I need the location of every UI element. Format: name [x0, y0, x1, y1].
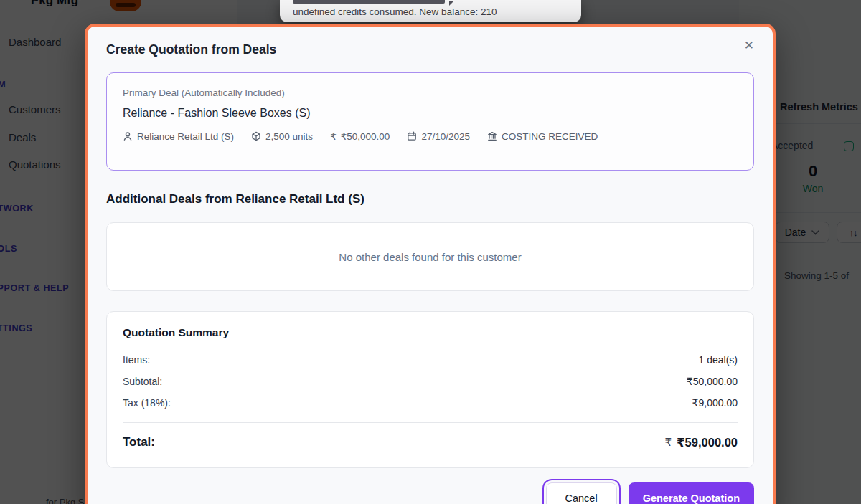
summary-row-subtotal: Subtotal: ₹50,000.00: [123, 371, 738, 392]
total-value: ₹ ₹59,000.00: [665, 436, 738, 450]
empty-state-text: No other deals found for this customer: [339, 251, 521, 263]
deal-value: ₹ ₹50,000.00: [330, 130, 390, 142]
additional-deals-heading: Additional Deals from Reliance Retail Lt…: [106, 192, 754, 206]
quotation-summary-card: Quotation Summary Items: 1 deal(s) Subto…: [106, 311, 754, 468]
modal-title: Create Quotation from Deals: [106, 42, 276, 57]
toast-message: undefined credits consumed. New balance:…: [293, 6, 497, 17]
summary-heading: Quotation Summary: [123, 326, 738, 339]
building-icon: [487, 131, 497, 141]
generate-quotation-button[interactable]: Generate Quotation: [629, 482, 754, 504]
deal-date-text: 27/10/2025: [421, 131, 470, 142]
rupee-icon: ₹: [665, 436, 672, 449]
deal-value-text: ₹50,000.00: [341, 130, 390, 142]
deal-date: 27/10/2025: [407, 131, 470, 142]
cursor-icon: [449, 1, 454, 6]
create-quotation-modal: Create Quotation from Deals ✕ Primary De…: [85, 24, 776, 504]
summary-label: Items:: [123, 354, 150, 366]
deal-status-text: COSTING RECEIVED: [502, 131, 598, 142]
deal-customer: Reliance Retail Ltd (S): [123, 131, 234, 142]
summary-row-items: Items: 1 deal(s): [123, 349, 738, 371]
modal-header: Create Quotation from Deals ✕: [106, 42, 754, 58]
additional-deals-empty-state: No other deals found for this customer: [106, 222, 754, 291]
primary-deal-meta: Reliance Retail Ltd (S) 2,500 units ₹ ₹5…: [123, 130, 738, 142]
user-icon: [123, 131, 133, 141]
summary-value: ₹9,000.00: [692, 397, 738, 409]
calendar-icon: [407, 131, 417, 141]
deal-customer-text: Reliance Retail Ltd (S): [137, 131, 234, 142]
rupee-icon: ₹: [330, 130, 337, 142]
summary-value: 1 deal(s): [699, 354, 738, 366]
close-icon[interactable]: ✕: [744, 39, 754, 52]
cancel-button[interactable]: Cancel: [546, 482, 617, 504]
toast-clipped-line: [293, 0, 445, 4]
credits-toast: undefined credits consumed. New balance:…: [280, 0, 581, 22]
summary-value: ₹50,000.00: [687, 376, 738, 387]
total-amount: ₹59,000.00: [677, 436, 738, 450]
divider: [123, 422, 738, 423]
summary-rows: Items: 1 deal(s) Subtotal: ₹50,000.00 Ta…: [123, 349, 738, 414]
summary-label: Tax (18%):: [123, 397, 171, 409]
primary-deal-card: Primary Deal (Automatically Included) Re…: [106, 72, 754, 171]
primary-deal-label: Primary Deal (Automatically Included): [123, 87, 738, 98]
summary-total-row: Total: ₹ ₹59,000.00: [123, 430, 738, 455]
deal-units-text: 2,500 units: [265, 131, 313, 142]
total-label: Total:: [123, 435, 155, 450]
deal-status: COSTING RECEIVED: [487, 131, 598, 142]
summary-label: Subtotal:: [123, 376, 162, 387]
primary-deal-name: Reliance - Fashion Sleeve Boxes (S): [123, 107, 738, 120]
package-icon: [251, 131, 261, 141]
deal-units: 2,500 units: [251, 131, 313, 142]
modal-footer: Cancel Generate Quotation: [106, 482, 754, 504]
summary-row-tax: Tax (18%): ₹9,000.00: [123, 392, 738, 414]
